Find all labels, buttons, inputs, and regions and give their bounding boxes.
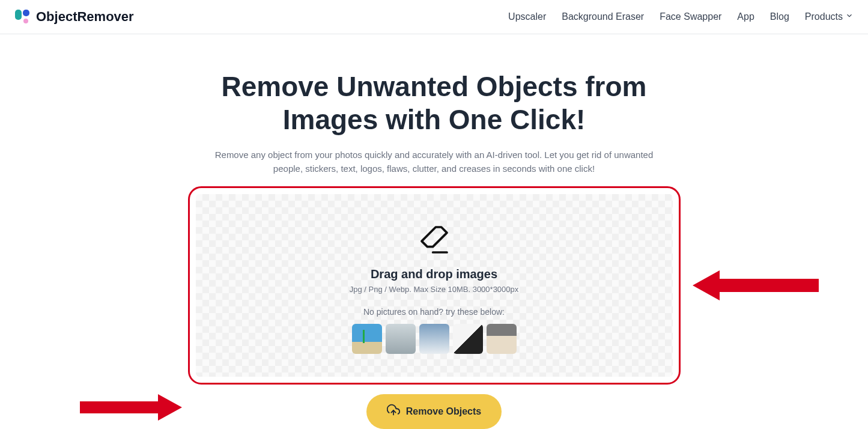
sample-thumb[interactable]: [386, 324, 416, 354]
sample-thumb[interactable]: [487, 324, 517, 354]
annotation-arrow-icon: [693, 264, 825, 306]
cta-row: Remove Objects: [188, 394, 681, 429]
sample-thumb[interactable]: [453, 324, 483, 354]
cloud-upload-icon: [387, 404, 400, 419]
svg-point-2: [23, 19, 28, 23]
svg-marker-5: [80, 394, 182, 421]
page-title: Remove Unwanted Objects from Images with…: [200, 70, 669, 136]
chevron-down-icon: [845, 11, 854, 22]
remove-objects-button[interactable]: Remove Objects: [366, 394, 502, 429]
drop-try-label: No pictures on hand? try these below:: [363, 307, 505, 317]
main-nav: Upscaler Background Eraser Face Swapper …: [508, 11, 854, 22]
brand-name: ObjectRemover: [36, 9, 134, 25]
nav-app[interactable]: App: [737, 11, 754, 22]
logo-icon: [14, 8, 31, 25]
svg-marker-4: [693, 270, 819, 300]
page-subtitle: Remove any object from your photos quick…: [200, 148, 669, 175]
annotation-highlight-box: Drag and drop images Jpg / Png / Webp. M…: [188, 186, 681, 385]
svg-rect-0: [15, 10, 22, 20]
sample-thumb[interactable]: [419, 324, 449, 354]
nav-upscaler[interactable]: Upscaler: [508, 11, 546, 22]
nav-products-label: Products: [805, 11, 843, 22]
svg-rect-1: [23, 10, 29, 16]
hero: Remove Unwanted Objects from Images with…: [188, 70, 681, 175]
upload-section: Drag and drop images Jpg / Png / Webp. M…: [188, 186, 681, 429]
logo[interactable]: ObjectRemover: [14, 8, 134, 25]
nav-face-swapper[interactable]: Face Swapper: [660, 11, 721, 22]
header: ObjectRemover Upscaler Background Eraser…: [0, 0, 868, 34]
nav-background-eraser[interactable]: Background Eraser: [562, 11, 644, 22]
sample-thumbnails: [352, 324, 517, 354]
drop-spec: Jpg / Png / Webp. Max Size 10MB. 3000*30…: [350, 285, 519, 294]
nav-products[interactable]: Products: [805, 11, 854, 22]
nav-blog[interactable]: Blog: [770, 11, 789, 22]
remove-objects-label: Remove Objects: [406, 406, 481, 417]
drop-zone[interactable]: Drag and drop images Jpg / Png / Webp. M…: [196, 194, 673, 377]
drop-title: Drag and drop images: [371, 267, 497, 281]
annotation-arrow-icon: [80, 391, 182, 424]
eraser-icon: [417, 223, 451, 259]
sample-thumb[interactable]: [352, 324, 382, 354]
